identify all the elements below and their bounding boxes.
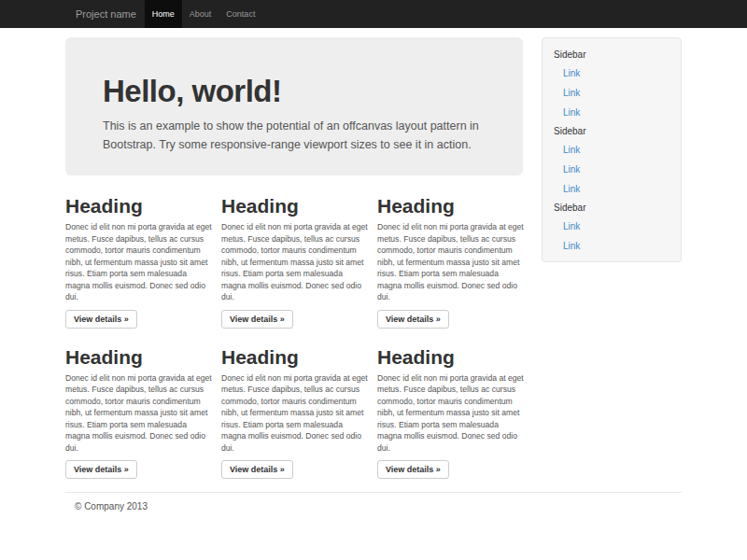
sidebar-link[interactable]: Link — [543, 236, 681, 256]
footer-divider — [65, 492, 682, 493]
card-body-text: Donec id elit non mi porta gravida at eg… — [221, 221, 369, 303]
cards-row-1: Heading Donec id elit non mi porta gravi… — [65, 196, 523, 329]
card-body-text: Donec id elit non mi porta gravida at eg… — [377, 372, 525, 455]
card-heading: Heading — [221, 196, 369, 217]
view-details-button[interactable]: View details » — [377, 460, 449, 479]
navbar: Project name Home About Contact — [0, 0, 747, 28]
sidebar-header: Sidebar — [543, 46, 681, 63]
sidebar-header: Sidebar — [543, 199, 681, 217]
card: Heading Donec id elit non mi porta gravi… — [377, 196, 525, 329]
sidebar-link[interactable]: Link — [543, 63, 681, 83]
nav-item-about[interactable]: About — [182, 0, 219, 28]
nav-item-home[interactable]: Home — [145, 0, 182, 28]
page-title: Hello, world! — [103, 75, 486, 108]
sidebar-link[interactable]: Link — [543, 103, 681, 122]
card-body-text: Donec id elit non mi porta gravida at eg… — [221, 372, 369, 455]
page-container: Hello, world! This is an example to show… — [65, 37, 682, 511]
nav-item-contact[interactable]: Contact — [218, 0, 262, 28]
sidebar-link[interactable]: Link — [543, 160, 681, 179]
brand-link[interactable]: Project name — [65, 0, 145, 28]
card: Heading Donec id elit non mi porta gravi… — [65, 196, 213, 329]
card-heading: Heading — [377, 196, 525, 217]
card-heading: Heading — [65, 347, 213, 368]
card-body-text: Donec id elit non mi porta gravida at eg… — [65, 372, 213, 455]
card-heading: Heading — [65, 196, 213, 217]
card-heading: Heading — [221, 347, 369, 368]
jumbotron-lead: This is an example to show the potential… — [103, 117, 484, 154]
card-body-text: Donec id elit non mi porta gravida at eg… — [377, 221, 525, 303]
card: Heading Donec id elit non mi porta gravi… — [377, 347, 525, 480]
sidebar-link[interactable]: Link — [543, 217, 681, 236]
jumbotron: Hello, world! This is an example to show… — [65, 37, 523, 175]
view-details-button[interactable]: View details » — [377, 310, 449, 329]
card-heading: Heading — [377, 347, 525, 368]
view-details-button[interactable]: View details » — [65, 310, 137, 329]
view-details-button[interactable]: View details » — [65, 460, 137, 479]
copyright-text: © Company 2013 — [65, 501, 682, 511]
card: Heading Donec id elit non mi porta gravi… — [65, 347, 213, 480]
sidebar-link[interactable]: Link — [543, 140, 681, 160]
sidebar-link[interactable]: Link — [543, 83, 681, 103]
view-details-button[interactable]: View details » — [221, 310, 293, 329]
main-content: Hello, world! This is an example to show… — [65, 37, 523, 479]
navbar-menu: Home About Contact — [145, 0, 263, 28]
view-details-button[interactable]: View details » — [221, 460, 293, 479]
footer: © Company 2013 — [65, 492, 682, 511]
navbar-container: Project name Home About Contact — [65, 0, 682, 28]
card-body-text: Donec id elit non mi porta gravida at eg… — [65, 221, 213, 303]
card: Heading Donec id elit non mi porta gravi… — [221, 196, 369, 329]
sidebar-link[interactable]: Link — [543, 179, 681, 199]
sidebar: Sidebar Link Link Link Sidebar Link Link… — [542, 37, 682, 262]
card: Heading Donec id elit non mi porta gravi… — [221, 347, 369, 480]
sidebar-header: Sidebar — [543, 122, 681, 140]
cards-row-2: Heading Donec id elit non mi porta gravi… — [65, 347, 523, 480]
main-row: Hello, world! This is an example to show… — [65, 37, 682, 479]
